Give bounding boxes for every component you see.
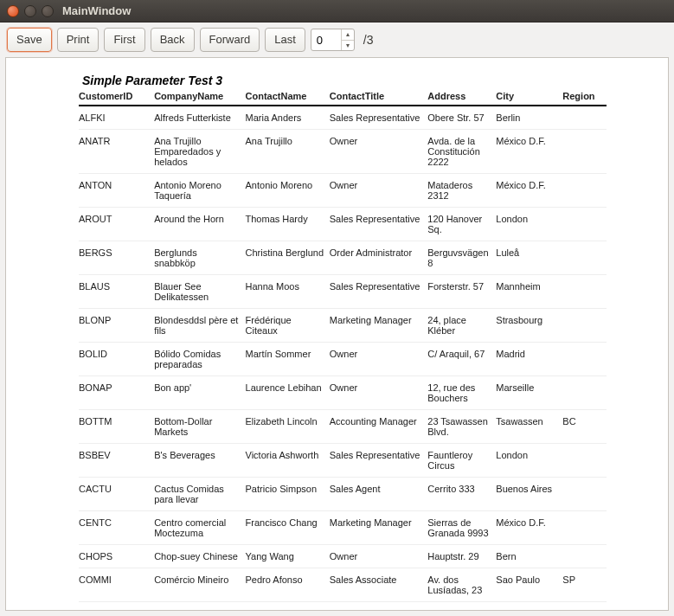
cell-addr: Av. dos Lusíadas, 23 <box>427 568 496 602</box>
cell-id: COMMI <box>79 568 154 602</box>
cell-city: México D.F. <box>496 174 562 208</box>
cell-id: BOLID <box>79 343 154 376</box>
cell-title: Owner <box>330 130 427 174</box>
cell-addr: 24, place Kléber <box>427 309 496 343</box>
col-contactname: ContactName <box>246 89 330 106</box>
cell-title: Owner <box>330 343 427 376</box>
cell-id: ANATR <box>79 130 154 174</box>
cell-company: Cactus Comidas para llevar <box>154 478 245 511</box>
table-row: BERGSBerglunds snabbköpChristina Berglun… <box>79 241 607 275</box>
close-icon[interactable] <box>7 5 19 17</box>
cell-region <box>562 376 607 410</box>
cell-city: London <box>496 208 562 241</box>
cell-company: Centro comercial Moctezuma <box>154 511 245 545</box>
report-page: Simple Parameter Test 3 CustomerID Compa… <box>79 70 607 611</box>
cell-city: Madrid <box>496 343 562 376</box>
cell-id: BOTTM <box>79 410 154 444</box>
last-page-button[interactable]: Last <box>265 28 305 52</box>
cell-addr: 120 Hanover Sq. <box>427 208 496 241</box>
first-page-button[interactable]: First <box>104 28 144 52</box>
cell-contact: Elizabeth Brown <box>246 602 330 612</box>
cell-region <box>562 478 607 511</box>
cell-contact: Patricio Simpson <box>246 478 330 511</box>
cell-id: AROUT <box>79 208 154 241</box>
cell-addr: Forsterstr. 57 <box>427 275 496 309</box>
cell-id: ALFKI <box>79 106 154 130</box>
cell-contact: Elizabeth Lincoln <box>246 410 330 444</box>
back-page-button[interactable]: Back <box>151 28 195 52</box>
cell-title: Owner <box>330 545 427 568</box>
cell-contact: Yang Wang <box>246 545 330 568</box>
save-button[interactable]: Save <box>7 28 52 52</box>
cell-title: Sales Representative <box>330 444 427 478</box>
page-number-spinner[interactable]: ▴ ▾ <box>311 29 355 51</box>
cell-contact: Hanna Moos <box>246 275 330 309</box>
cell-contact: Frédérique Citeaux <box>246 309 330 343</box>
col-city: City <box>496 89 562 106</box>
cell-city: Mannheim <box>496 275 562 309</box>
cell-company: Around the Horn <box>154 208 245 241</box>
col-companyname: CompanyName <box>154 89 245 106</box>
maximize-icon[interactable] <box>42 5 54 17</box>
cell-company: Antonio Moreno Taquería <box>154 174 245 208</box>
print-button[interactable]: Print <box>57 28 99 52</box>
table-row: BLAUSBlauer See DelikatessenHanna MoosSa… <box>79 275 607 309</box>
cell-city: Bern <box>496 545 562 568</box>
cell-contact: Laurence Lebihan <box>246 376 330 410</box>
spinner-buttons: ▴ ▾ <box>341 29 354 50</box>
cell-addr: 12, rue des Bouchers <box>427 376 496 410</box>
cell-city: Tsawassen <box>496 410 562 444</box>
cell-company: Bon app' <box>154 376 245 410</box>
cell-id: BLONP <box>79 309 154 343</box>
cell-city: Marseille <box>496 376 562 410</box>
cell-addr: Hauptstr. 29 <box>427 545 496 568</box>
spinner-up-icon[interactable]: ▴ <box>342 29 354 41</box>
window-titlebar: MainWindow <box>0 0 674 22</box>
cell-region: SP <box>562 568 607 602</box>
table-row: BSBEVB's BeveragesVictoria AshworthSales… <box>79 444 607 478</box>
cell-title: Sales Representative <box>330 602 427 612</box>
cell-title: Sales Representative <box>330 106 427 130</box>
cell-contact: Victoria Ashworth <box>246 444 330 478</box>
cell-company: Blauer See Delikatessen <box>154 275 245 309</box>
cell-contact: Pedro Afonso <box>246 568 330 602</box>
table-row: CENTCCentro comercial MoctezumaFrancisco… <box>79 511 607 545</box>
cell-id: BSBEV <box>79 444 154 478</box>
cell-id: CHOPS <box>79 545 154 568</box>
table-row: CONSHConsolidated HoldingsElizabeth Brow… <box>79 602 607 612</box>
page-number-input[interactable] <box>311 29 341 50</box>
window-title: MainWindow <box>62 4 131 17</box>
cell-id: CONSH <box>79 602 154 612</box>
cell-company: B's Beverages <box>154 444 245 478</box>
mouse-cursor-icon <box>446 57 459 61</box>
cell-id: ANTON <box>79 174 154 208</box>
report-viewport[interactable]: Simple Parameter Test 3 CustomerID Compa… <box>5 57 669 611</box>
cell-addr: Mataderos 2312 <box>427 174 496 208</box>
cell-addr: Fauntleroy Circus <box>427 444 496 478</box>
forward-page-button[interactable]: Forward <box>200 28 260 52</box>
table-row: CACTUCactus Comidas para llevarPatricio … <box>79 478 607 511</box>
window-controls <box>7 5 54 17</box>
col-region: Region <box>562 89 607 106</box>
table-header-row: CustomerID CompanyName ContactName Conta… <box>79 89 607 106</box>
cell-region <box>562 545 607 568</box>
cell-contact: Francisco Chang <box>246 511 330 545</box>
cell-title: Marketing Manager <box>330 511 427 545</box>
cell-region <box>562 309 607 343</box>
table-row: ALFKIAlfreds FutterkisteMaria AndersSale… <box>79 106 607 130</box>
spinner-down-icon[interactable]: ▾ <box>342 41 354 51</box>
cell-city: Buenos Aires <box>496 478 562 511</box>
report-title: Simple Parameter Test 3 <box>82 74 607 87</box>
minimize-icon[interactable] <box>24 5 36 17</box>
cell-region: BC <box>562 410 607 444</box>
cell-title: Owner <box>330 376 427 410</box>
cell-city: Luleå <box>496 241 562 275</box>
cell-addr: Cerrito 333 <box>427 478 496 511</box>
table-row: ANATRAna Trujillo Emparedados y heladosA… <box>79 130 607 174</box>
table-row: BONAPBon app'Laurence LebihanOwner12, ru… <box>79 376 607 410</box>
cell-addr: Berguvsvägen 8 <box>427 241 496 275</box>
cell-contact: Martín Sommer <box>246 343 330 376</box>
cell-company: Blondesddsl père et fils <box>154 309 245 343</box>
cell-region <box>562 106 607 130</box>
cell-company: Comércio Mineiro <box>154 568 245 602</box>
